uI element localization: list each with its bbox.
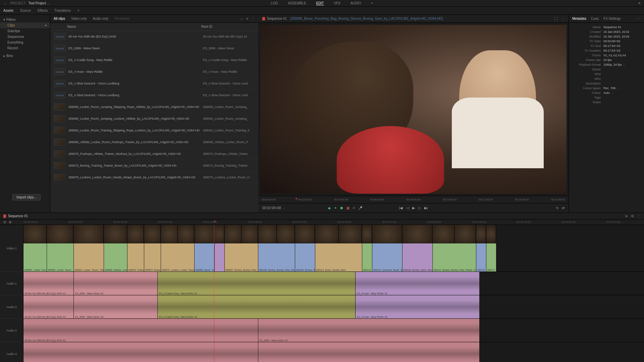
nav-edit[interactable]: EDIT — [316, 1, 324, 5]
clip-row[interactable]: SoundES_A Slow Descent - Victor Lundberg… — [50, 89, 258, 101]
video-clip[interactable]: 289104_Boxing_Boxing — [295, 225, 315, 272]
video-clip[interactable]: 289083_Boxer_Hands — [195, 225, 215, 272]
browser-tab-video-only[interactable]: Video only — [71, 17, 87, 20]
audio-clip[interactable]: 05 Are You With Me (BG Eq1) 2448. A1 — [23, 319, 258, 342]
tool-icon[interactable]: ↯ — [556, 206, 558, 210]
meta-row[interactable]: Who — [572, 76, 641, 81]
back-button[interactable]: ← — [3, 1, 7, 5]
timeline-ruler[interactable]: ⊖ ⊕ ▾ 00:00:00:0000:00:20:0000:00:40:000… — [0, 220, 644, 225]
audio4-track-label[interactable]: Audio 4 — [0, 342, 23, 362]
nav-vfx[interactable]: VFX — [334, 1, 340, 5]
meta-row[interactable]: TracksV1, A1,A2,A3,A4 — [572, 53, 641, 58]
meta-tab-cues[interactable]: Cues — [591, 17, 599, 20]
filters-section[interactable]: ▾ Filters — [0, 17, 50, 22]
audio-clip[interactable]: ES_2099 - Wave Saver. A2 — [258, 342, 480, 362]
viewer-sequence[interactable]: Sequence #1 — [267, 17, 287, 20]
goto-end-icon[interactable]: ▶| — [424, 206, 428, 210]
subnav-+[interactable]: + — [77, 9, 79, 12]
video-clip[interactable] — [215, 225, 225, 272]
filter-clips[interactable]: Clips● — [0, 22, 50, 28]
video-clip[interactable]: 289097_Boxing_Boxing_Ring_Boxer_R — [225, 225, 258, 272]
video-clip[interactable]: 289059_Locker_Room_Jump — [23, 225, 47, 272]
video-clip[interactable]: 289063_Locker_Room_Training_S — [74, 225, 104, 272]
audio-clip[interactable]: ES_A Hoax - Mary Riddle. A2 — [356, 295, 480, 318]
overlay-icon[interactable]: ▦ — [346, 206, 350, 210]
meta-row[interactable]: TC Start00:00:00+00 — [572, 39, 641, 44]
video-clip[interactable]: 289126_Boxing_Sport_Boxer_Pun — [402, 225, 433, 272]
import-clips-button[interactable]: Import clips... — [12, 194, 41, 200]
zoom-in-icon[interactable]: ⊕ — [9, 220, 11, 224]
expand-icon[interactable]: ⛶ — [554, 17, 558, 20]
meta-row[interactable]: Frame rate24 fps — [572, 58, 641, 62]
video-clip[interactable]: 289147_ — [486, 225, 496, 272]
clip-row[interactable]: 289060_Locker_Room_Jumping_Lockers_Athle… — [50, 113, 258, 125]
audio2-track-label[interactable]: Audio 2 — [0, 295, 23, 319]
audio-clip[interactable]: 05 Are You With Me (BG Eq1) 2448. A1 — [23, 272, 74, 295]
audio-clip[interactable]: ES_2099 - Wave Saver. A2 — [74, 295, 158, 318]
filter-sequences[interactable]: Sequences — [0, 34, 50, 40]
video-clip[interactable]: 289068_Athlete_Locker_R — [104, 225, 127, 272]
list-icon[interactable]: ≡ — [353, 206, 355, 210]
col-name[interactable]: Name — [67, 25, 201, 28]
meta-row[interactable]: Notes — [572, 100, 641, 105]
chevron-down-icon[interactable]: ⌵ — [47, 1, 49, 5]
audio-clip[interactable]: 05 Are You With Me (BG Eq1) 2448. A2 — [23, 342, 258, 362]
video-clip[interactable]: 289072_Boxing_Tr — [144, 225, 161, 272]
video-track-label[interactable]: Video 1 — [0, 225, 23, 272]
marker-in-icon[interactable]: ◆ — [328, 206, 331, 210]
timeline-name[interactable]: Sequence #1 — [8, 214, 28, 218]
audio-track-2[interactable]: 05 Are You With Me (BG Eq1) 2448. A2ES_2… — [23, 295, 644, 319]
clip-row[interactable]: 289068_Athlete_Locker_Room_Pushups_Train… — [50, 136, 258, 148]
clip-row[interactable]: SoundES_A Cradle Song - Mary RiddleES_A … — [50, 54, 258, 66]
clip-row[interactable]: Sound05 Are You With Me (BG Eq1) 244805 … — [50, 31, 258, 43]
video-clip[interactable]: 289118_Boxer_Boxing_B — [362, 225, 372, 272]
subnav-assets[interactable]: Assets — [3, 9, 13, 12]
clip-row[interactable]: 289063_Locker_Room_Training_Skipping_Rop… — [50, 125, 258, 136]
video-track[interactable]: 289059_Locker_Room_Jump289060_Locker_Roo… — [23, 225, 644, 272]
nav-assemble[interactable]: ASSEMBLE — [288, 1, 306, 5]
browser-tab-all-clips[interactable]: All clips — [54, 17, 65, 20]
meta-row[interactable]: Shot — [572, 72, 641, 76]
browser-tab-reviewed[interactable]: Reviewed — [114, 17, 129, 20]
nav-log[interactable]: LOG — [271, 1, 278, 5]
snap-icon[interactable]: ※ — [625, 214, 628, 218]
marker-out-icon[interactable]: ⬢ — [340, 206, 343, 210]
bins-section[interactable]: ▸ Bins — [0, 53, 50, 59]
viewer-menu-icon[interactable]: ⋮ — [561, 17, 565, 20]
audio-clip[interactable]: ES_A Cradle Song - Mary Riddle. A2 — [158, 295, 356, 318]
video-clip[interactable]: 289142_Boxing_Boxing_Ring_Rivals_Competi… — [433, 225, 476, 272]
subnav-effects[interactable]: Effects — [38, 9, 48, 12]
clip-row[interactable]: 289070_Pushups_Athlete_Trainer_Workout_b… — [50, 148, 258, 160]
video-clip[interactable]: 289113_Boxer_Boxing_Boxi — [315, 225, 362, 272]
filter-recent[interactable]: Recent — [0, 45, 50, 51]
list-view-icon[interactable]: ≡ — [246, 17, 248, 20]
zoom-out-icon[interactable]: ⊖ — [3, 220, 6, 224]
meta-row[interactable]: Tags — [572, 95, 641, 100]
viewer-playhead-icon[interactable]: ▾ — [296, 197, 297, 200]
project-name[interactable]: Test Project — [29, 1, 46, 5]
audio-clip[interactable]: ES_2099 - Wave Saver. A1 — [74, 272, 158, 295]
clip-row[interactable]: SoundES_A Slow Descent - Victor Lundberg… — [50, 78, 258, 89]
video-clip[interactable]: 289070_Pushups_A — [127, 225, 144, 272]
clip-row[interactable]: 289079_Lockers_Locker_Room_Hands_Wraps_B… — [50, 172, 258, 183]
close-icon[interactable]: ✕ — [638, 1, 641, 5]
audio-track-3[interactable]: 05 Are You With Me (BG Eq1) 2448. A1ES_2… — [23, 319, 644, 342]
viewer-timeline[interactable]: ▾ 00:00:00:0000:02:00:0000:04:00:0000:06… — [258, 196, 569, 203]
gear-icon[interactable]: ⚙ — [631, 214, 634, 218]
audio1-track-label[interactable]: Audio 1 — [0, 272, 23, 295]
subnav-source[interactable]: Source — [20, 9, 31, 12]
nav-+[interactable]: + — [371, 1, 373, 5]
meta-menu-icon[interactable]: ⋯ — [637, 17, 641, 20]
meta-row[interactable]: Created19 Jan 2023, 15:42 — [572, 29, 641, 34]
meta-row[interactable]: Colour spaceRec. 709 ⌵ — [572, 86, 641, 90]
timeline-content[interactable]: 289059_Locker_Room_Jump289060_Locker_Roo… — [23, 225, 644, 362]
step-back-icon[interactable]: ◁ — [406, 206, 409, 210]
viewer-screen[interactable] — [260, 25, 567, 194]
clip-row[interactable]: 289059_Locker_Room_Jumping_Skipping_Rope… — [50, 101, 258, 113]
meta-tab-fx-settings[interactable]: FX Settings — [603, 17, 621, 20]
audio3-track-label[interactable]: Audio 3 — [0, 319, 23, 342]
meta-row[interactable]: Description — [572, 81, 641, 86]
meta-row[interactable]: Playback format1080p, 24 fps ⌵ — [572, 62, 641, 67]
meta-row[interactable]: TC Duration00:17:54+23 — [572, 48, 641, 53]
video-clip[interactable]: 289100_Boxing_Boxing_Ring_Boxing_Aud — [258, 225, 295, 272]
